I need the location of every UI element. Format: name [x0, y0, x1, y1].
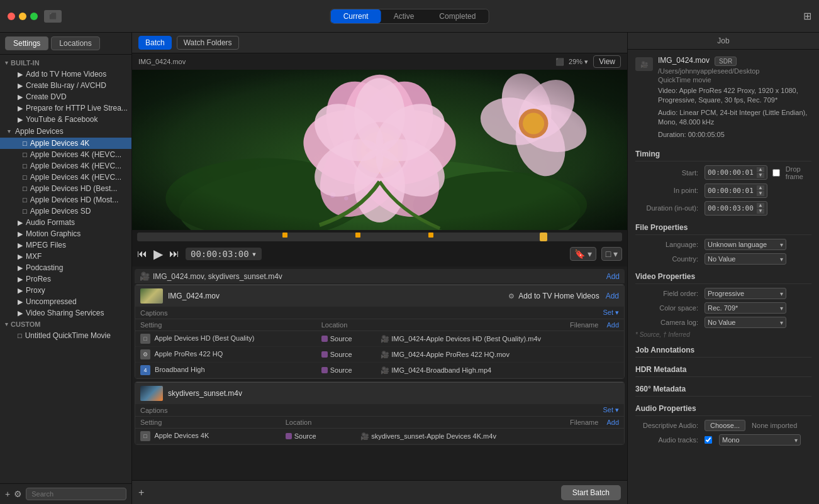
inpoint-stepper[interactable]: ▲ ▼	[757, 185, 764, 196]
sidebar-item-mpeg[interactable]: ▶ MPEG Files	[0, 239, 131, 251]
start-timecode-input[interactable]: 00:00:00:01 ▲ ▼	[705, 165, 767, 180]
timecode-chevron: ▾	[252, 249, 257, 259]
sidebar-item-label: Uncompressed	[26, 297, 77, 306]
sidebar-item-uncompressed[interactable]: ▶ Uncompressed	[0, 296, 131, 307]
section-custom[interactable]: ▾ CUSTOM	[0, 319, 131, 330]
start-stepper[interactable]: ▲ ▼	[757, 167, 764, 178]
tab-current[interactable]: Current	[331, 9, 381, 23]
sidebar-item-dvd[interactable]: ▶ Create DVD	[0, 91, 131, 102]
add-output-button-2[interactable]: Add	[606, 419, 619, 426]
add-button[interactable]: +	[5, 489, 10, 499]
batch-header-add-link[interactable]: Add	[606, 272, 620, 281]
setting-icon: 4	[140, 365, 150, 375]
settings-icon[interactable]: ⊞	[803, 10, 811, 22]
mono-select[interactable]: Mono	[719, 434, 801, 446]
sidebar-item-apple-hd-most[interactable]: □ Apple Devices HD (Most...	[0, 194, 131, 205]
add-job-button[interactable]: +	[138, 487, 144, 498]
sidebar-item-apple-4k-hevc1[interactable]: □ Apple Devices 4K (HEVC...	[0, 149, 131, 160]
sidebar-item-label: Motion Graphics	[26, 229, 81, 238]
country-select[interactable]: No Value	[705, 253, 786, 265]
language-select-wrap: Unknown language	[705, 239, 786, 250]
go-to-end-button[interactable]: ⏭	[169, 248, 179, 260]
arrow-icon: ▶	[18, 287, 23, 295]
view-button[interactable]: View	[593, 55, 621, 68]
set-button-1[interactable]: Set ▾	[603, 309, 619, 316]
timecode-display[interactable]: 00:00:03:00 ▾	[186, 248, 262, 260]
batch-list-area: 🎥 IMG_0424.mov, skydivers_sunset.m4v Add…	[132, 266, 627, 480]
gear-button[interactable]: ⚙	[14, 489, 22, 499]
setting-icon: □	[140, 431, 150, 441]
sidebar-item-apple-sd[interactable]: □ Apple Devices SD	[0, 205, 131, 217]
search-input[interactable]	[26, 488, 126, 500]
sdr-badge: SDR	[715, 57, 737, 66]
set-button-2[interactable]: Set ▾	[603, 406, 619, 414]
sidebar-item-apple-4k[interactable]: □ Apple Devices 4K	[0, 138, 131, 149]
batch-add-link-1[interactable]: Add	[606, 292, 619, 300]
sidebar-item-motion-graphics[interactable]: ▶ Motion Graphics	[0, 228, 131, 239]
start-batch-button[interactable]: Start Batch	[561, 485, 621, 500]
sidebar-item-add-tv[interactable]: ▶ Add to TV Home Videos	[0, 68, 131, 80]
field-order-select[interactable]: Progressive	[705, 288, 786, 299]
inspector-360-section: 360° Metadata	[635, 385, 811, 397]
language-select[interactable]: Unknown language	[705, 239, 786, 250]
tab-active[interactable]: Active	[381, 9, 427, 23]
choose-button[interactable]: Choose...	[705, 420, 745, 431]
section-built-in[interactable]: ▾ BUILT-IN	[0, 57, 131, 68]
bookmark-button[interactable]: 🔖 ▾	[570, 247, 596, 261]
sidebar-item-mxf[interactable]: ▶ MXF	[0, 251, 131, 262]
sidebar-item-proxy[interactable]: ▶ Proxy	[0, 285, 131, 296]
batch-settings-button-1[interactable]: ⚙	[508, 292, 515, 300]
sidebar-item-video-sharing[interactable]: ▶ Video Sharing Services	[0, 307, 131, 319]
duration-timecode-input[interactable]: 00:00:03:00 ▲ ▼	[705, 201, 767, 216]
color-space-select[interactable]: Rec. 709*	[705, 302, 786, 314]
inpoint-timecode-input[interactable]: 00:00:00:01 ▲ ▼	[705, 184, 767, 198]
timing-duration-row: Duration (in-out): 00:00:03:00 ▲ ▼	[635, 201, 811, 216]
scrubber-bar[interactable]	[137, 233, 622, 241]
sidebar-item-apple-hd-best[interactable]: □ Apple Devices HD (Best...	[0, 183, 131, 194]
sidebar-item-label: MPEG Files	[26, 241, 66, 249]
tab-completed[interactable]: Completed	[426, 9, 488, 23]
hdr-metadata-title: HDR Metadata	[635, 365, 811, 377]
sidebar-item-apple-devices[interactable]: ▾ Apple Devices	[0, 125, 131, 138]
sidebar-item-apple-4k-hevc3[interactable]: □ Apple Devices 4K (HEVC...	[0, 172, 131, 183]
add-output-button-1[interactable]: Add	[606, 321, 619, 329]
setting-icon: □	[140, 334, 150, 344]
sidebar-tab-locations[interactable]: Locations	[51, 36, 99, 50]
maximize-button[interactable]	[30, 13, 38, 20]
go-to-start-button[interactable]: ⏮	[137, 248, 147, 260]
setting-cell: 4 Broadband High	[135, 363, 316, 378]
batch-button[interactable]: Batch	[138, 36, 172, 50]
audio-tracks-checkbox[interactable]	[705, 436, 712, 444]
batch-setting-label-1: Add to TV Home Videos	[518, 292, 599, 300]
start-decrement[interactable]: ▼	[757, 173, 764, 178]
sidebar-tab-settings[interactable]: Settings	[5, 36, 48, 50]
camera-log-select[interactable]: No Value	[705, 317, 786, 328]
sidebar-item-audio-formats[interactable]: ▶ Audio Formats	[0, 217, 131, 228]
duration-increment[interactable]: ▲	[757, 203, 764, 208]
sidebar-item-podcasting[interactable]: ▶ Podcasting	[0, 262, 131, 273]
inpoint-increment[interactable]: ▲	[757, 185, 764, 190]
duration-label: Duration (in-out):	[635, 204, 705, 212]
inspector-pane: Job 🎥 IMG_0424.mov SDR /Users/johnnyappl…	[627, 33, 819, 504]
minimize-button[interactable]	[19, 13, 26, 20]
duration-stepper[interactable]: ▲ ▼	[757, 203, 764, 214]
setting-icon: ⚙	[140, 349, 150, 359]
batch-list-header: 🎥 IMG_0424.mov, skydivers_sunset.m4v Add	[135, 269, 625, 283]
duration-decrement[interactable]: ▼	[757, 209, 764, 214]
sidebar-item-prores[interactable]: ▶ ProRes	[0, 273, 131, 285]
watch-folders-button[interactable]: Watch Folders	[177, 36, 239, 50]
device-icon: □	[23, 185, 27, 192]
sidebar-item-bluray[interactable]: ▶ Create Blu-ray / AVCHD	[0, 80, 131, 91]
close-button[interactable]	[8, 13, 15, 20]
batch-item-header-1: IMG_0424.mov ⚙ Add to TV Home Videos Add	[135, 285, 624, 307]
drop-frame-checkbox[interactable]	[772, 169, 780, 177]
inpoint-decrement[interactable]: ▼	[757, 191, 764, 196]
play-button[interactable]: ▶	[153, 246, 163, 261]
start-increment[interactable]: ▲	[757, 167, 764, 172]
scrubber-playhead[interactable]	[540, 233, 547, 241]
sidebar-item-youtube[interactable]: ▶ YouTube & Facebook	[0, 114, 131, 125]
sidebar-item-http[interactable]: ▶ Prepare for HTTP Live Strea...	[0, 102, 131, 114]
subtitle-button[interactable]: □ ▾	[601, 247, 622, 261]
sidebar-item-untitled-qt[interactable]: □ Untitled QuickTime Movie	[0, 330, 131, 341]
sidebar-item-apple-4k-hevc2[interactable]: □ Apple Devices 4K (HEVC...	[0, 160, 131, 172]
